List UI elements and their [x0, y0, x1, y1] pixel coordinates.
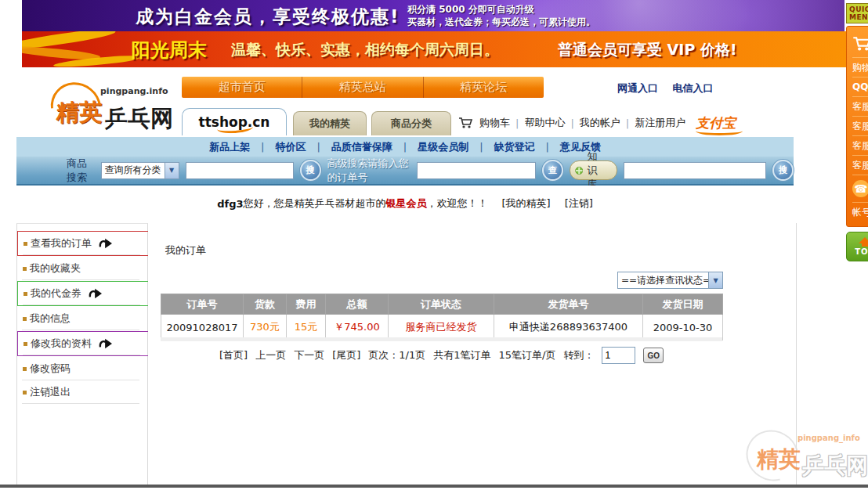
bullet-icon — [24, 242, 27, 246]
pagination-prev[interactable]: 上一页 — [255, 348, 286, 362]
sidebar-item-view-my-orders[interactable]: 查看我的订单 — [18, 232, 153, 255]
pagination-page-info: 页次：1/1页 — [368, 348, 425, 362]
cell-fee: 15元 — [287, 315, 326, 340]
platinum-member-banner[interactable]: 成为白金会员，享受终极优惠! 积分满 5000 分即可自动升级 买器材，送代金券… — [22, 0, 844, 31]
link-logout-bracket[interactable]: [注销] — [565, 196, 593, 211]
divider — [22, 279, 139, 280]
link-new-user-register[interactable]: 新注册用户 — [635, 116, 685, 130]
order-row[interactable]: 20091028017 730元 15元 ￥745.00 服务商已经发货 申通快… — [161, 315, 723, 340]
nav-tab-elite-main-site[interactable]: 精英总站 — [302, 77, 423, 98]
go-button[interactable]: GO — [643, 348, 664, 363]
order-status-select-value: ==请选择查讯状态== — [618, 274, 708, 287]
divider — [22, 330, 139, 330]
logo-brand-part1: 精英 — [56, 97, 102, 128]
quick-menu-panel: 购物车 QQ咨询 客服 客服 客服 客服 ☎ 帐号 — [846, 26, 868, 227]
highlight-box-green: 我的代金券 — [17, 281, 154, 306]
link-my-elite-bracket[interactable]: [我的精英] — [502, 196, 551, 211]
link-help-center[interactable]: 帮助中心 — [524, 116, 565, 130]
chevron-down-icon: ▼ — [708, 272, 722, 288]
link-quality-guarantee[interactable]: 品质信誉保障 — [331, 140, 392, 154]
link-cart[interactable]: 购物车 — [479, 116, 510, 130]
link-star-membership[interactable]: 星级会员制 — [418, 140, 468, 154]
product-search-input[interactable] — [186, 162, 294, 179]
sidebar-item-my-vouchers[interactable]: 我的代金券 — [18, 282, 153, 305]
link-my-account[interactable]: 我的帐户 — [580, 116, 620, 130]
knowledge-base-input[interactable] — [624, 162, 766, 179]
quick-menu-item-service-3[interactable]: 客服 — [852, 136, 868, 156]
site-logo[interactable]: pingpang.info 精英 乒乓网 — [49, 75, 182, 135]
weekend-banner-badge: 阳光周末 — [132, 38, 207, 63]
sidebar-item-label: 修改我的资料 — [31, 337, 92, 351]
account-sidebar: 查看我的订单 我的收藏夹 我的代金券 我的信息 — [16, 223, 148, 485]
orders-table: 订单号 货款 费用 总额 订单状态 发货单号 发货日期 20091028017 … — [161, 294, 723, 340]
quick-menu-tab[interactable]: QUICK MENU — [846, 3, 868, 23]
quick-menu-tab-line2: MENU — [849, 13, 868, 21]
quick-menu-phone-row[interactable]: ☎ — [852, 175, 868, 203]
cart-icon — [458, 117, 474, 129]
separator: | — [546, 141, 549, 153]
col-fee: 费用 — [287, 294, 326, 315]
subnav-bar: 新品上架 | 特价区 | 品质信誉保障 | 星级会员制 | 缺货登记 | 意见反… — [16, 137, 794, 157]
separator: | — [570, 117, 573, 129]
quick-menu-item-service-1[interactable]: 客服 — [852, 97, 868, 117]
product-search-label: 商品搜索 — [67, 157, 95, 185]
col-order-status: 订单状态 — [389, 294, 494, 315]
link-netcom-entry[interactable]: 网通入口 — [617, 82, 658, 94]
top-button-label: TOP — [855, 247, 868, 256]
sunny-weekend-banner[interactable]: 阳光周末 温馨、快乐、实惠，相约每个周六周日。 普通会员可享受 VIP 价格! — [22, 31, 854, 67]
order-search-button[interactable]: 查 — [542, 160, 563, 181]
quick-menu-item-service-4[interactable]: 客服 — [852, 156, 868, 175]
cell-order-status: 服务商已经发货 — [389, 315, 494, 340]
nav-tab-elite-forum[interactable]: 精英论坛 — [424, 77, 544, 98]
table-footer-strip — [161, 337, 722, 341]
quick-menu-cart-row[interactable] — [852, 31, 868, 58]
tab-product-categories[interactable]: 商品分类 — [371, 111, 451, 135]
bullet-icon — [24, 292, 27, 296]
pagination-total: 共有1笔订单 — [433, 348, 490, 362]
order-number-input[interactable] — [417, 162, 536, 179]
page-bottom-divider — [0, 485, 868, 488]
order-search-label: 高级搜索请输入您的订单号 — [327, 157, 411, 185]
knowledge-base-button[interactable]: 知识库 — [570, 160, 617, 180]
arrow-right-icon — [98, 337, 114, 350]
sidebar-item-logout[interactable]: 注销退出 — [17, 380, 147, 404]
link-special-offers[interactable]: 特价区 — [275, 140, 306, 154]
quick-menu-item-qq[interactable]: QQ咨询 — [852, 77, 868, 97]
divider — [23, 304, 140, 305]
sidebar-item-label: 查看我的订单 — [31, 236, 92, 250]
product-search-button[interactable]: 搜 — [300, 160, 321, 181]
tab-my-elite[interactable]: 我的精英 — [293, 111, 367, 135]
quick-menu-item-cart[interactable]: 购物车 — [852, 58, 868, 77]
tab-ttshop-active[interactable]: ttshop.cn — [182, 108, 287, 135]
sidebar-item-my-favorites[interactable]: 我的收藏夹 — [17, 257, 147, 280]
knowledge-base-search-button[interactable]: 搜 — [772, 160, 794, 181]
goto-page-input[interactable] — [602, 347, 635, 364]
quick-menu: QUICK MENU 购物车 QQ咨询 客服 客服 客服 客服 ☎ 帐号 — [846, 3, 868, 261]
quick-menu-item-service-2[interactable]: 客服 — [852, 117, 868, 136]
sidebar-item-label: 我的收藏夹 — [30, 261, 81, 276]
platinum-banner-subline2: 买器材，送代金券；每买必送，可累计使用。 — [407, 16, 595, 28]
pagination-last[interactable]: [尾页] — [332, 348, 360, 362]
bullet-icon — [23, 367, 27, 371]
order-status-select[interactable]: ==请选择查讯状态== ▼ — [617, 272, 723, 289]
sidebar-item-my-messages[interactable]: 我的信息 — [17, 307, 147, 330]
category-select[interactable]: 查询所有分类 ▼ — [101, 162, 179, 179]
pagination-next[interactable]: 下一页 — [294, 348, 324, 362]
alipay-swoosh — [696, 127, 743, 135]
sidebar-item-change-password[interactable]: 修改密码 — [17, 357, 147, 380]
cell-shipping-date: 2009-10-30 — [643, 315, 723, 340]
link-new-arrivals[interactable]: 新品上架 — [209, 140, 250, 154]
separator: | — [479, 141, 483, 153]
quick-menu-item-account[interactable]: 帐号 — [852, 203, 868, 222]
back-to-top-button[interactable]: TOP — [846, 232, 868, 261]
alipay-logo[interactable]: 支付宝 — [696, 114, 736, 132]
arrow-right-icon — [98, 237, 114, 250]
link-stock-registration[interactable]: 缺货登记 — [494, 140, 535, 154]
page: 成为白金会员，享受终极优惠! 积分满 5000 分即可自动升级 买器材，送代金券… — [0, 0, 868, 490]
link-telecom-entry[interactable]: 电信入口 — [673, 82, 714, 94]
highlight-box-red: 查看我的订单 — [17, 231, 154, 256]
platinum-banner-subtext: 积分满 5000 分即可自动升级 买器材，送代金券；每买必送，可累计使用。 — [407, 3, 595, 28]
pagination-first[interactable]: [首页] — [219, 348, 248, 362]
nav-tab-supermarket-home[interactable]: 超市首页 — [182, 77, 302, 98]
sidebar-item-edit-profile[interactable]: 修改我的资料 — [18, 332, 153, 355]
